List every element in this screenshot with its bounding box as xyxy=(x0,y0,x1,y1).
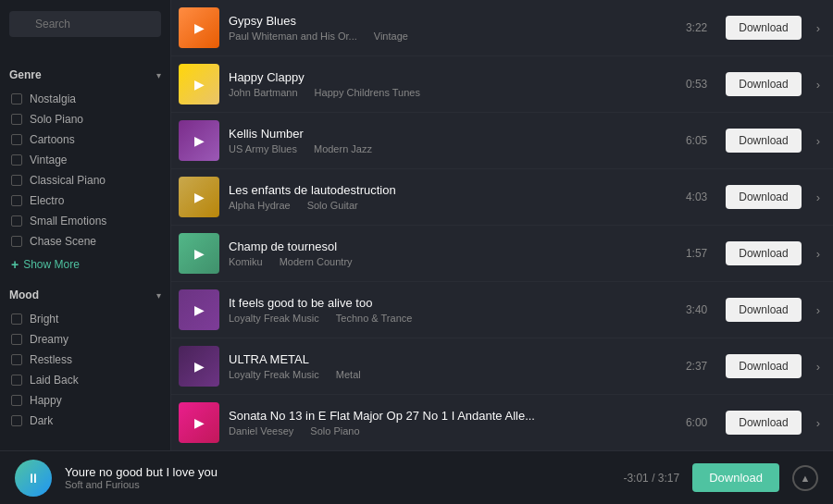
track-chevron-icon[interactable]: › xyxy=(816,134,820,148)
checkbox-mood-dreamy[interactable] xyxy=(11,334,22,345)
download-button[interactable]: Download xyxy=(726,298,801,322)
track-thumb[interactable]: ▶ xyxy=(179,289,219,330)
mood-item-bright[interactable]: Bright xyxy=(9,309,161,329)
track-meta: John Bartmann Happy Childrens Tunes xyxy=(229,87,665,98)
checkbox-nostalgia[interactable] xyxy=(11,93,22,104)
player-track-subtitle: Soft and Furious xyxy=(65,479,610,490)
mood-item-restless[interactable]: Restless xyxy=(9,350,161,370)
track-thumb[interactable]: ▶ xyxy=(179,64,219,104)
track-chevron-icon[interactable]: › xyxy=(816,303,820,317)
track-artist: Paul Whiteman and His Or... xyxy=(229,31,357,42)
genre-item-small-emotions[interactable]: Small Emotions xyxy=(9,211,161,231)
checkbox-mood-bright[interactable] xyxy=(11,313,22,325)
track-artist: Alpha Hydrae xyxy=(229,200,291,211)
play-icon: ▶ xyxy=(194,302,205,317)
download-button[interactable]: Download xyxy=(726,185,801,209)
mood-chevron-icon[interactable]: ▾ xyxy=(156,290,161,301)
track-title: ULTRA METAL xyxy=(229,352,665,366)
play-icon: ▶ xyxy=(194,133,205,148)
player-up-icon[interactable]: ▲ xyxy=(792,465,818,491)
checkbox-small-emotions[interactable] xyxy=(11,215,22,227)
track-duration: 6:00 xyxy=(675,416,707,429)
search-input[interactable] xyxy=(9,11,161,37)
checkbox-classical-piano[interactable] xyxy=(11,175,22,186)
track-info: Les enfants de lautodestruction Alpha Hy… xyxy=(229,183,665,211)
track-row: ▶ Gypsy Blues Paul Whiteman and His Or..… xyxy=(171,0,833,56)
track-title: Gypsy Blues xyxy=(229,14,665,28)
track-genre: Modern Country xyxy=(280,256,353,267)
player-download-button[interactable]: Download xyxy=(692,463,779,492)
genre-chevron-icon[interactable]: ▾ xyxy=(156,70,161,80)
download-button[interactable]: Download xyxy=(726,411,801,435)
checkbox-vintage[interactable] xyxy=(11,154,22,166)
track-row: ▶ It feels good to be alive too Loyalty … xyxy=(171,282,833,338)
mood-item-happy[interactable]: Happy xyxy=(9,390,161,411)
track-thumb[interactable]: ▶ xyxy=(179,402,219,443)
download-button[interactable]: Download xyxy=(726,241,801,265)
genre-item-nostalgia[interactable]: Nostalgia xyxy=(9,89,161,109)
mood-label-laid-back: Laid Back xyxy=(30,374,79,387)
checkbox-cartoons[interactable] xyxy=(11,134,22,145)
genre-item-cartoons[interactable]: Cartoons xyxy=(9,129,161,150)
download-button[interactable]: Download xyxy=(726,129,801,153)
mood-section-header: Mood ▾ xyxy=(9,289,161,301)
mood-label-happy: Happy xyxy=(30,394,62,407)
track-info: Kellis Number US Army Blues Modern Jazz xyxy=(229,127,665,154)
track-duration: 4:03 xyxy=(675,191,707,203)
track-meta: US Army Blues Modern Jazz xyxy=(229,143,665,154)
track-chevron-icon[interactable]: › xyxy=(816,416,820,430)
track-thumb[interactable]: ▶ xyxy=(179,120,219,161)
track-chevron-icon[interactable]: › xyxy=(816,21,820,35)
genre-item-solo-piano[interactable]: Solo Piano xyxy=(9,109,161,129)
track-duration: 3:40 xyxy=(675,303,707,316)
track-chevron-icon[interactable]: › xyxy=(816,360,820,374)
mood-item-laid-back[interactable]: Laid Back xyxy=(9,370,161,390)
track-chevron-icon[interactable]: › xyxy=(816,191,820,204)
track-chevron-icon[interactable]: › xyxy=(816,78,820,92)
show-more-button[interactable]: + Show More xyxy=(9,253,161,276)
genre-item-electro[interactable]: Electro xyxy=(9,191,161,211)
download-button[interactable]: Download xyxy=(726,72,801,96)
download-button[interactable]: Download xyxy=(726,354,801,378)
genre-item-vintage[interactable]: Vintage xyxy=(9,150,161,170)
track-title: Sonata No 13 in E Flat Major Op 27 No 1 … xyxy=(229,409,665,423)
genre-label-small-emotions: Small Emotions xyxy=(30,215,106,227)
track-genre: Modern Jazz xyxy=(314,143,372,154)
checkbox-mood-happy[interactable] xyxy=(11,395,22,406)
track-genre: Techno & Trance xyxy=(336,313,413,324)
checkbox-chase-scene[interactable] xyxy=(11,236,22,247)
genre-item-chase-scene[interactable]: Chase Scene xyxy=(9,231,161,252)
genre-label-chase-scene: Chase Scene xyxy=(30,235,96,248)
player-pause-icon[interactable]: ⏸ xyxy=(27,471,40,486)
genre-label-solo-piano: Solo Piano xyxy=(30,113,83,126)
checkbox-mood-restless[interactable] xyxy=(11,354,22,365)
track-genre: Solo Piano xyxy=(310,425,359,436)
track-thumb[interactable]: ▶ xyxy=(179,233,219,274)
track-thumb[interactable]: ▶ xyxy=(179,346,219,387)
mood-item-dark[interactable]: Dark xyxy=(9,411,161,431)
track-thumb[interactable]: ▶ xyxy=(179,177,219,217)
genre-label-classical-piano: Classical Piano xyxy=(30,174,106,187)
mood-label-dreamy: Dreamy xyxy=(30,333,68,346)
track-artist: US Army Blues xyxy=(229,143,297,154)
checkbox-solo-piano[interactable] xyxy=(11,114,22,125)
download-button[interactable]: Download xyxy=(726,16,801,40)
mood-label-bright: Bright xyxy=(30,313,58,326)
track-chevron-icon[interactable]: › xyxy=(816,247,820,261)
play-icon: ▶ xyxy=(194,77,205,92)
checkbox-mood-laid-back[interactable] xyxy=(11,375,22,386)
player-info: Youre no good but I love you Soft and Fu… xyxy=(65,465,610,490)
track-thumb[interactable]: ▶ xyxy=(179,7,219,48)
track-info: Gypsy Blues Paul Whiteman and His Or... … xyxy=(229,14,665,42)
checkbox-electro[interactable] xyxy=(11,195,22,206)
track-genre: Vintage xyxy=(374,31,408,42)
genre-list: Nostalgia Solo Piano Cartoons Vintage Cl… xyxy=(9,89,161,252)
mood-item-dreamy[interactable]: Dreamy xyxy=(9,329,161,350)
genre-label-nostalgia: Nostalgia xyxy=(30,92,76,105)
checkbox-mood-dark[interactable] xyxy=(11,415,22,426)
track-row: ▶ Sonata No 13 in E Flat Major Op 27 No … xyxy=(171,395,833,450)
main-layout: Genre ▾ Nostalgia Solo Piano Cartoons Vi… xyxy=(0,0,833,450)
track-artist: Loyalty Freak Music xyxy=(229,313,319,324)
genre-item-classical-piano[interactable]: Classical Piano xyxy=(9,170,161,191)
mood-list: Bright Dreamy Restless Laid Back Happy D… xyxy=(9,309,161,431)
